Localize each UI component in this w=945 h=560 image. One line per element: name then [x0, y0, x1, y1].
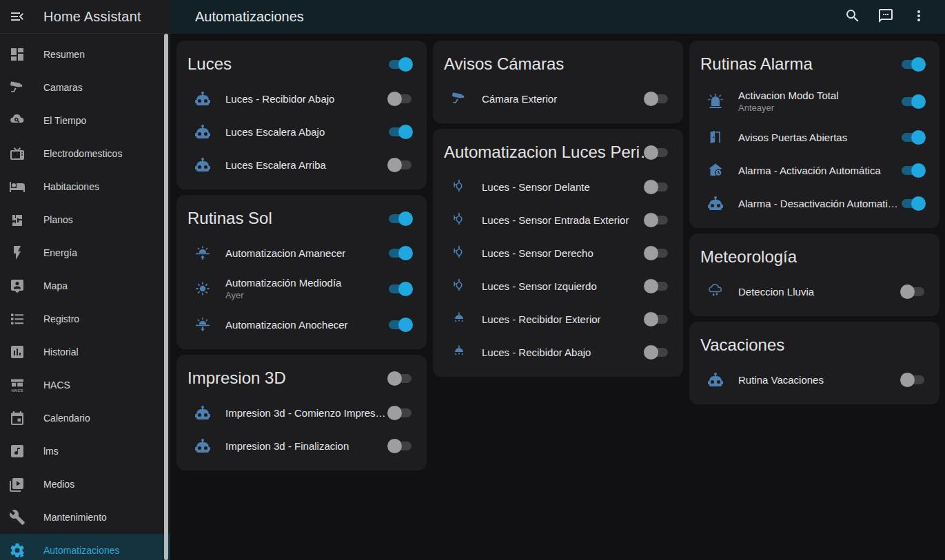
- entity-row[interactable]: Alarma - Activación Automática: [689, 154, 939, 187]
- toggle-thumb: [398, 211, 413, 226]
- toggle-thumb: [398, 125, 413, 139]
- entity-name: Luces - Sensor Derecho: [482, 247, 644, 259]
- toggle[interactable]: [387, 92, 413, 106]
- sidebar-item-hacs[interactable]: HACSHACS: [0, 369, 170, 402]
- entity-row[interactable]: Luces - Recibidor Exterior: [433, 302, 683, 335]
- toggle[interactable]: [900, 373, 926, 387]
- entity-row[interactable]: Cámara Exterior: [433, 82, 683, 115]
- dashboard-column-1: LucesLuces - Recibidor AbajoLuces Escale…: [176, 41, 427, 470]
- toggle[interactable]: [387, 211, 413, 226]
- entity-row[interactable]: Avisos Puertas Abiertas: [689, 121, 939, 154]
- entity-name: Alarma - Activación Automática: [738, 165, 900, 176]
- sidebar-item-mapa[interactable]: Mapa: [0, 269, 170, 302]
- toggle[interactable]: [644, 312, 669, 326]
- entity-row[interactable]: Luces Escalera Abajo: [176, 115, 427, 148]
- robot-icon: [194, 123, 211, 140]
- robot-icon: [194, 156, 211, 173]
- toggle[interactable]: [387, 125, 413, 139]
- entity-name: Impresion 3d - Finalizacion: [225, 440, 387, 452]
- entity-row[interactable]: Luces Escalera Arriba: [176, 148, 427, 181]
- sidebar-item-medios[interactable]: Medios: [0, 468, 170, 501]
- entity-labels: Avisos Puertas Abiertas: [738, 132, 900, 143]
- toggle[interactable]: [900, 130, 926, 145]
- entity-row[interactable]: Automatización MediodíaAyer: [176, 269, 427, 308]
- sidebar-item-habitaciones[interactable]: Habitaciones: [0, 170, 170, 203]
- toggle[interactable]: [387, 158, 413, 172]
- sidebar-item-mantenimiento[interactable]: Mantenimiento: [0, 501, 170, 534]
- menu-open-icon[interactable]: [9, 8, 26, 25]
- toggle[interactable]: [387, 246, 413, 260]
- toggle[interactable]: [900, 284, 926, 299]
- assist-button[interactable]: [869, 1, 902, 34]
- toggle[interactable]: [644, 345, 669, 360]
- entity-row[interactable]: Impresion 3d - Comienzo Impresi…: [176, 396, 427, 429]
- sidebar-item-automatizaciones[interactable]: Automatizaciones: [0, 534, 170, 560]
- entity-row[interactable]: Activacion Modo TotalAnteayer: [689, 82, 939, 121]
- card-avisos-camaras: Avisos CámarasCámara Exterior: [433, 41, 683, 123]
- sidebar-item-planos[interactable]: Planos: [0, 203, 170, 236]
- toggle[interactable]: [900, 94, 926, 109]
- account-map-icon: [9, 278, 26, 294]
- sidebar-scrollbar[interactable]: [164, 34, 168, 560]
- sidebar-item-registro[interactable]: Registro: [0, 302, 170, 335]
- entity-row[interactable]: Deteccion Lluvia: [689, 275, 939, 308]
- toggle[interactable]: [387, 371, 413, 386]
- entity-row[interactable]: Automatizacion Amanecer: [176, 236, 427, 269]
- sidebar-item-energia[interactable]: Energía: [0, 236, 170, 269]
- sidebar-item-calendario[interactable]: Calendario: [0, 402, 170, 435]
- entity-row[interactable]: Luces - Sensor Entrada Exterior: [433, 203, 683, 236]
- sidebar-item-electrodomesticos[interactable]: Electrodomesticos: [0, 137, 170, 170]
- sidebar-item-label: lms: [43, 446, 59, 457]
- search-button[interactable]: [836, 1, 869, 34]
- toggle[interactable]: [900, 163, 926, 178]
- entity-labels: Luces - Sensor Derecho: [482, 247, 644, 259]
- sidebar-item-el-tiempo[interactable]: El Tiempo: [0, 104, 170, 137]
- sidebar-nav: ResumenCamarasEl TiempoElectrodomesticos…: [0, 34, 170, 560]
- toggle[interactable]: [900, 57, 926, 72]
- toggle[interactable]: [644, 213, 669, 227]
- entity-row[interactable]: Luces - Sensor Delante: [433, 170, 683, 203]
- toggle[interactable]: [644, 180, 669, 194]
- entity-row[interactable]: Impresion 3d - Finalizacion: [176, 429, 427, 462]
- toggle[interactable]: [387, 282, 413, 296]
- entity-name: Impresion 3d - Comienzo Impresi…: [225, 407, 387, 419]
- entity-row[interactable]: Luces - Recibidor Abajo: [433, 335, 683, 369]
- entity-row[interactable]: Luces - Sensor Derecho: [433, 236, 683, 269]
- sidebar-item-resumen[interactable]: Resumen: [0, 38, 170, 71]
- toggle-thumb: [387, 406, 402, 420]
- sidebar-item-label: Mapa: [43, 280, 68, 291]
- more-options-button[interactable]: [902, 1, 935, 34]
- entity-labels: Luces Escalera Arriba: [225, 159, 387, 171]
- entity-labels: Rutina Vacaciones: [738, 374, 900, 386]
- robot-icon: [707, 195, 724, 211]
- toggle[interactable]: [387, 57, 413, 72]
- entity-row[interactable]: Luces - Sensor Izquierdo: [433, 269, 683, 302]
- toggle[interactable]: [387, 406, 413, 420]
- entity-name: Alarma - Desactivación Automatic…: [738, 198, 900, 209]
- card-luces: LucesLuces - Recibidor AbajoLuces Escale…: [176, 41, 427, 189]
- app-title: Home Assistant: [43, 9, 141, 25]
- toggle[interactable]: [387, 439, 413, 453]
- sunset-icon: [194, 316, 211, 333]
- toggle[interactable]: [387, 318, 413, 332]
- sunrise-icon: [194, 245, 211, 261]
- sidebar-item-lms[interactable]: lms: [0, 435, 170, 468]
- main-area: Automatizaciones LucesLuces - Recibidor …: [170, 0, 945, 560]
- toggle[interactable]: [644, 279, 669, 293]
- entity-row[interactable]: Automatizacion Anochecer: [176, 308, 427, 341]
- entity-row[interactable]: Alarma - Desactivación Automatic…: [689, 187, 939, 220]
- toggle-thumb: [911, 130, 926, 145]
- card-header: Rutinas Sol: [176, 195, 427, 236]
- entity-labels: Deteccion Lluvia: [738, 286, 900, 298]
- sidebar-item-camaras[interactable]: Camaras: [0, 71, 170, 104]
- coach-lamp-icon: [451, 245, 467, 261]
- toggle-thumb: [644, 312, 658, 326]
- toggle[interactable]: [644, 145, 669, 160]
- entity-row[interactable]: Luces - Recibidor Abajo: [176, 82, 427, 115]
- toggle[interactable]: [644, 246, 669, 260]
- entity-row[interactable]: Rutina Vacaciones: [689, 363, 939, 396]
- toggle[interactable]: [644, 92, 669, 106]
- toggle-thumb: [911, 57, 926, 72]
- sidebar-item-historial[interactable]: Historial: [0, 335, 170, 369]
- toggle[interactable]: [900, 196, 926, 211]
